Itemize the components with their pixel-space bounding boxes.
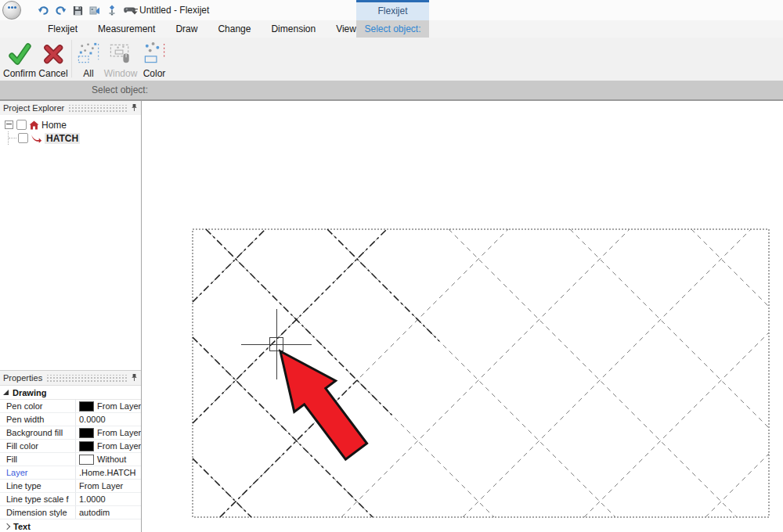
property-value[interactable]: Without [76, 453, 141, 466]
properties-title: Properties [3, 373, 42, 383]
property-value-text: From Layer [79, 481, 123, 491]
tree-item-label[interactable]: Home [41, 120, 67, 131]
project-explorer-header: Project Explorer [0, 101, 141, 116]
select-color-icon [142, 40, 168, 67]
property-value[interactable]: From Layer [76, 480, 141, 492]
tree-item-home[interactable]: Home [0, 118, 141, 131]
hatch-pattern[interactable] [193, 229, 769, 517]
property-row-fill-color[interactable]: Fill colorFrom Layer [0, 440, 141, 453]
redo-icon[interactable] [53, 3, 67, 17]
hatch-checkbox[interactable] [18, 133, 28, 143]
property-label: Layer [0, 466, 76, 479]
property-row-pen-width[interactable]: Pen width0.0000 [0, 413, 141, 426]
property-label: Pen width [0, 413, 76, 426]
hatch-layer-icon [31, 134, 42, 143]
select-all-button[interactable]: All [74, 40, 103, 79]
property-row-fill[interactable]: FillWithout [0, 453, 141, 466]
property-rows: Pen colorFrom LayerPen width0.0000Backgr… [0, 400, 141, 519]
property-value[interactable]: From Layer [76, 426, 141, 439]
color-swatch [79, 455, 94, 465]
property-value-text: 1.0000 [79, 494, 106, 504]
property-label: Background fill [0, 426, 76, 439]
ribbon-group-separator [71, 40, 72, 77]
property-row-pen-color[interactable]: Pen colorFrom Layer [0, 400, 141, 413]
tree-item-label[interactable]: HATCH [45, 133, 80, 144]
property-value[interactable]: 0.0000 [76, 413, 141, 426]
confirm-check-icon [6, 40, 33, 67]
drawing-canvas[interactable] [142, 101, 783, 532]
cancel-label: Cancel [38, 68, 67, 79]
hatch-boundary-rect[interactable] [193, 229, 769, 517]
collapse-expander-icon[interactable] [5, 120, 13, 129]
cancel-x-icon [40, 40, 67, 67]
property-row-line-type[interactable]: Line typeFrom Layer [0, 480, 141, 493]
property-value[interactable]: 1.0000 [76, 493, 141, 505]
group-label-select-object: Select object: [0, 81, 240, 99]
property-row-layer[interactable]: Layer.Home.HATCH [0, 466, 141, 480]
property-label: Dimension style [0, 506, 76, 519]
property-value-text: 0.0000 [79, 415, 106, 424]
cancel-button[interactable]: Cancel [38, 40, 69, 79]
logo-dots-icon [8, 6, 10, 9]
property-row-dimension-style[interactable]: Dimension styleautodim [0, 506, 141, 519]
properties-header: Properties [0, 371, 141, 386]
project-explorer-title: Project Explorer [3, 103, 64, 113]
property-value-text: From Layer [97, 428, 141, 437]
section-label: Text [13, 522, 31, 531]
property-value-text: Without [97, 455, 126, 464]
home-checkbox[interactable] [16, 120, 27, 130]
property-label: Line type scale f [0, 493, 76, 505]
flexijet-device-icon[interactable] [105, 3, 119, 17]
canvas-svg [142, 101, 783, 532]
properties-panel: Properties Drawing Pen colorFrom LayerPe… [0, 370, 141, 532]
pin-icon[interactable] [131, 103, 138, 113]
quick-access-toolbar [36, 3, 136, 17]
tab-dimension[interactable]: Dimension [261, 20, 326, 38]
select-all-label: All [83, 68, 93, 79]
property-value[interactable]: From Layer [76, 400, 141, 412]
section-drawing[interactable]: Drawing [0, 386, 141, 400]
tab-flexijet[interactable]: Flexijet [38, 20, 88, 38]
tab-measurement[interactable]: Measurement [88, 20, 165, 38]
section-text[interactable]: Text [0, 519, 141, 532]
tab-draw[interactable]: Draw [165, 20, 207, 38]
tab-select-object[interactable]: Select object: [356, 20, 429, 38]
property-value[interactable]: From Layer [76, 440, 141, 452]
tree-connector [8, 131, 18, 145]
select-all-icon [76, 40, 102, 67]
document-title: Untitled - Flexijet [139, 0, 209, 20]
property-value[interactable]: .Home.HATCH [76, 466, 141, 479]
tree-item-hatch[interactable]: HATCH [0, 131, 141, 145]
project-tree: Home HATCH [0, 115, 141, 370]
undo-icon[interactable] [36, 3, 50, 17]
color-swatch [79, 428, 94, 438]
tab-change[interactable]: Change [207, 20, 261, 38]
header-grip-texture [46, 375, 127, 382]
color-swatch [79, 401, 94, 412]
pin-icon[interactable] [131, 373, 138, 383]
select-color-label: Color [143, 68, 166, 79]
property-label: Line type [0, 480, 76, 492]
ribbon-tab-row: FlexijetMeasurementDrawChangeDimensionVi… [0, 20, 783, 38]
property-label: Fill color [0, 440, 76, 452]
ribbon-group-label-band: Select object: [0, 81, 783, 101]
select-window-button: Window [103, 40, 139, 79]
confirm-button[interactable]: Confirm [2, 40, 38, 79]
property-value-text: From Layer [97, 441, 141, 451]
main-area: Project Explorer Home HATCH [0, 101, 783, 532]
collapsed-triangle-icon [4, 523, 10, 529]
app-logo-button[interactable] [2, 1, 21, 20]
title-bar: Untitled - Flexijet Flexijet [0, 0, 783, 20]
property-value[interactable]: autodim [76, 506, 141, 519]
save-icon[interactable] [70, 3, 85, 17]
property-row-background-fill[interactable]: Background fillFrom Layer [0, 426, 141, 440]
select-color-button[interactable]: Color [139, 40, 170, 79]
header-grip-texture [68, 105, 127, 112]
measurement-device-icon[interactable] [88, 3, 102, 17]
property-row-line-type-scale-f[interactable]: Line type scale f1.0000 [0, 493, 141, 506]
expanded-triangle-icon [3, 390, 9, 395]
property-label: Fill [0, 453, 76, 466]
property-value-text: .Home.HATCH [79, 468, 136, 477]
home-icon [29, 120, 39, 130]
select-window-label: Window [104, 68, 138, 79]
